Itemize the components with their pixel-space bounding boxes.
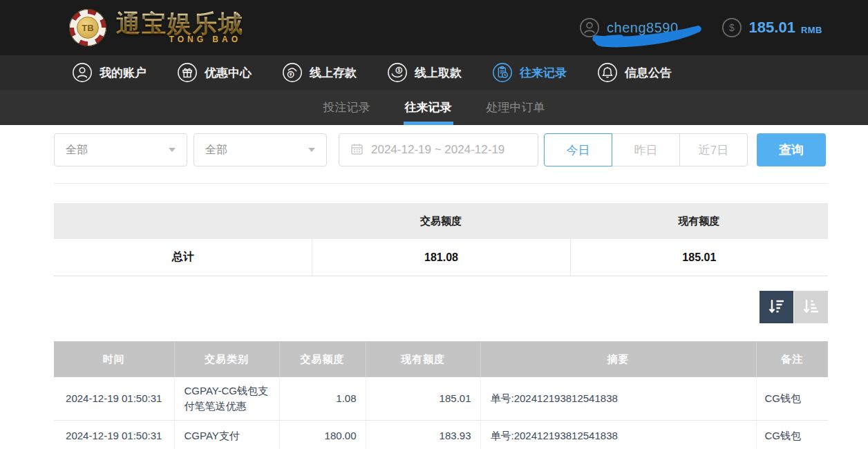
records-table: 时间 交易类别 交易额度 现有额度 摘要 备注 2024-12-19 01:50… bbox=[54, 341, 828, 449]
caret-down-icon bbox=[308, 148, 315, 152]
summary-balance-total: 185.01 bbox=[570, 239, 828, 276]
svg-text:¥: ¥ bbox=[290, 72, 292, 77]
summary-total-row: 总计 181.08 185.01 bbox=[54, 239, 828, 276]
nav-label: 信息公告 bbox=[625, 65, 672, 81]
tab-label: 往来记录 bbox=[405, 99, 452, 115]
date-range-value: 2024-12-19 ~ 2024-12-19 bbox=[371, 143, 504, 157]
category-select[interactable]: 全部 bbox=[54, 133, 187, 166]
type-select[interactable]: 全部 bbox=[194, 133, 327, 166]
nav-label: 我的账户 bbox=[100, 65, 147, 81]
sort-controls bbox=[54, 291, 828, 323]
tab-label: 处理中订单 bbox=[487, 99, 545, 115]
balance[interactable]: $ 185.01 RMB bbox=[721, 17, 822, 38]
bell-icon bbox=[597, 62, 618, 83]
nav-item-deposit[interactable]: ¥ 线上存款 bbox=[282, 62, 357, 83]
quick-date-buttons: 今日 昨日 近7日 bbox=[544, 133, 748, 166]
cell-summary: 单号:202412193812541838 bbox=[480, 420, 756, 449]
nav-item-withdraw[interactable]: $ 线上取款 bbox=[387, 62, 462, 83]
nav-label: 优惠中心 bbox=[205, 65, 252, 81]
content: 全部 全部 2024-12-19 bbox=[54, 133, 828, 449]
logo: TB 通宝娱乐城 TONG BAO bbox=[69, 9, 244, 46]
nav-label: 线上存款 bbox=[310, 65, 357, 81]
summary-header-balance: 现有额度 bbox=[570, 203, 828, 239]
nav-item-announcements[interactable]: 信息公告 bbox=[597, 62, 672, 83]
main-nav: 我的账户 优惠中心 ¥ bbox=[0, 55, 868, 90]
chip-monogram: TB bbox=[82, 23, 93, 33]
poker-chip-icon: TB bbox=[69, 9, 106, 46]
date-range-input[interactable]: 2024-12-19 ~ 2024-12-19 bbox=[339, 133, 538, 166]
cell-balance: 185.01 bbox=[366, 377, 480, 420]
user-icon bbox=[72, 62, 93, 83]
filter-row: 全部 全部 2024-12-19 bbox=[54, 133, 828, 166]
sort-ascending-button[interactable] bbox=[794, 291, 828, 323]
divider-line bbox=[54, 183, 828, 184]
nav-label: 往来记录 bbox=[520, 65, 567, 81]
header-right: cheng8590 $ 185.01 RMB bbox=[579, 17, 822, 38]
caret-down-icon bbox=[169, 148, 176, 152]
sub-nav: 投注记录 往来记录 处理中订单 bbox=[0, 90, 868, 125]
page: TB 通宝娱乐城 TONG BAO cheng8590 bbox=[0, 0, 868, 449]
tab-active-underline bbox=[404, 122, 453, 125]
tab-transaction-records[interactable]: 往来记录 bbox=[404, 90, 453, 125]
col-header-amount: 交易额度 bbox=[279, 341, 366, 377]
cell-amount: 1.08 bbox=[279, 377, 366, 420]
table-row: 2024-12-19 01:50:31 CGPAY支付 180.00 183.9… bbox=[54, 420, 828, 449]
summary-transaction-total: 181.08 bbox=[312, 239, 569, 276]
col-header-type: 交易类别 bbox=[174, 341, 279, 377]
user-icon bbox=[579, 17, 600, 38]
category-select-value: 全部 bbox=[66, 143, 88, 157]
user-account[interactable]: cheng8590 bbox=[579, 17, 678, 38]
tab-betting-records[interactable]: 投注记录 bbox=[322, 90, 372, 125]
summary-table: 交易额度 现有额度 总计 181.08 185.01 bbox=[54, 203, 828, 276]
balance-amount: 185.01 bbox=[749, 19, 795, 37]
col-header-balance: 现有额度 bbox=[366, 341, 480, 377]
records-icon bbox=[492, 62, 513, 83]
svg-text:$: $ bbox=[398, 68, 401, 73]
username-text: cheng8590 bbox=[607, 20, 678, 36]
tab-label: 投注记录 bbox=[323, 99, 370, 115]
gift-icon bbox=[177, 62, 198, 83]
table-row: 2024-12-19 01:50:31 CGPAY-CG钱包支付笔笔送优惠 1.… bbox=[54, 377, 828, 420]
cell-time: 2024-12-19 01:50:31 bbox=[54, 377, 174, 420]
coin-icon: $ bbox=[721, 17, 742, 38]
type-select-value: 全部 bbox=[205, 143, 227, 157]
col-header-time: 时间 bbox=[54, 341, 174, 377]
yesterday-button[interactable]: 昨日 bbox=[612, 133, 680, 166]
summary-header-empty bbox=[54, 203, 312, 239]
sort-asc-icon bbox=[802, 297, 820, 318]
tab-pending-orders[interactable]: 处理中订单 bbox=[485, 90, 547, 125]
nav-item-promotions[interactable]: 优惠中心 bbox=[177, 62, 252, 83]
search-button[interactable]: 查询 bbox=[757, 133, 826, 166]
top-header: TB 通宝娱乐城 TONG BAO cheng8590 bbox=[0, 0, 868, 55]
brand-title: 通宝娱乐城 bbox=[116, 11, 244, 37]
deposit-icon: ¥ bbox=[282, 62, 303, 83]
summary-header-transaction: 交易额度 bbox=[312, 203, 569, 239]
sort-descending-button[interactable] bbox=[760, 291, 793, 323]
records-header-row: 时间 交易类别 交易额度 现有额度 摘要 备注 bbox=[54, 341, 828, 377]
col-header-note: 备注 bbox=[756, 341, 828, 377]
nav-item-transaction-records[interactable]: 往来记录 bbox=[492, 62, 567, 83]
last7days-button[interactable]: 近7日 bbox=[679, 133, 748, 166]
cell-summary: 单号:202412193812541838 bbox=[480, 377, 756, 420]
nav-item-my-account[interactable]: 我的账户 bbox=[72, 62, 147, 83]
col-header-summary: 摘要 bbox=[480, 341, 756, 377]
cell-balance: 183.93 bbox=[366, 420, 480, 449]
cell-type: CGPAY-CG钱包支付笔笔送优惠 bbox=[174, 377, 279, 420]
sort-desc-icon bbox=[767, 297, 786, 318]
cell-note: CG钱包 bbox=[756, 377, 828, 420]
balance-currency: RMB bbox=[801, 21, 822, 35]
withdraw-icon: $ bbox=[387, 62, 408, 83]
cell-time: 2024-12-19 01:50:31 bbox=[54, 420, 174, 449]
brand-subtitle: TONG BAO bbox=[169, 35, 244, 44]
today-button[interactable]: 今日 bbox=[544, 133, 612, 166]
cell-note: CG钱包 bbox=[756, 420, 828, 449]
summary-total-label: 总计 bbox=[54, 239, 312, 276]
cell-type: CGPAY支付 bbox=[174, 420, 279, 449]
summary-header-row: 交易额度 现有额度 bbox=[54, 203, 828, 239]
nav-label: 线上取款 bbox=[415, 65, 462, 81]
svg-text:$: $ bbox=[729, 22, 735, 33]
logo-text: 通宝娱乐城 TONG BAO bbox=[116, 11, 244, 44]
calendar-icon bbox=[350, 142, 364, 158]
cell-amount: 180.00 bbox=[279, 420, 366, 449]
